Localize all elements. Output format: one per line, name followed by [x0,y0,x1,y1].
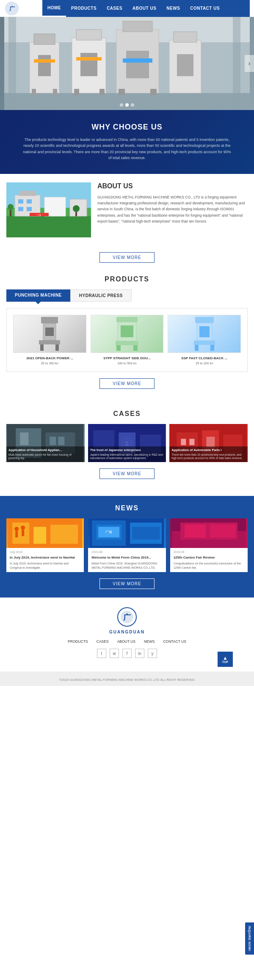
about-view-more-button[interactable]: VIEW MORE [99,252,154,263]
nav-products[interactable]: PRODUCTS [66,0,102,17]
nav-about[interactable]: ABOUT US [127,0,161,17]
news-view-more-container: VIEW MORE [6,578,248,589]
product-name-3: SSP FAST CLOSED-BACK ... [168,356,241,360]
footer-nav-cases[interactable]: CASES [97,639,109,644]
svg-rect-36 [27,199,32,204]
nav-home[interactable]: HOME [42,0,66,17]
hero-dot-3[interactable] [131,103,134,107]
news-headline-2: Welcome to Metal Form China 2019... [91,555,162,560]
hero-dot-2[interactable] [125,103,129,107]
back-to-top-label: TOP [222,661,228,663]
back-to-top-button[interactable]: ▲ TOP [218,652,233,667]
why-title: WHY CHOOSE US [8,123,246,132]
case-desc-2: Japan's leading international talent, sp… [90,453,164,460]
product-grid: JH21 OPEN-BACK POWER ... 25 to 300 kn ST… [6,308,248,372]
social-linkedin-icon[interactable]: in [135,649,144,658]
news-image-3 [170,518,248,548]
header: 广 HOME PRODUCTS CASES ABOUT US NEWS CONT… [0,0,254,17]
social-youtube-icon[interactable]: y [148,649,157,658]
why-text: The products technology level is leader … [21,137,233,161]
case-image-1: Application of Household Applian... Mult… [6,424,85,462]
cases-view-more-container: VIEW MORE [6,462,248,487]
about-image: 广锻 [6,182,91,237]
svg-rect-81 [207,437,215,447]
svg-rect-45 [41,317,58,323]
svg-rect-11 [76,30,102,40]
news-excerpt-1: In July 2019, technicians went to Nanhai… [10,562,80,570]
footer-nav-news[interactable]: NEWS [144,639,155,644]
nav-cases[interactable]: CASES [102,0,127,17]
social-weibo-icon[interactable]: w [110,649,119,658]
news-card-1[interactable]: July 2019 In July 2019, technicians went… [6,518,84,573]
cases-view-more-button[interactable]: VIEW MORE [99,468,154,479]
svg-rect-51 [116,317,138,322]
about-content: ABOUT US GUANGDONG METAL FORMING MACHINE… [97,182,248,225]
about-factory-illustration: 广锻 [6,182,91,237]
svg-rect-101 [210,525,235,537]
hero-dots [120,103,134,107]
svg-rect-96 [132,527,160,540]
product-card-2[interactable]: STPP STRAIGHT SIDE DOU... 160 to 500 kn [91,315,164,365]
svg-rect-38 [27,207,32,211]
news-content-2: 2019-08 Welcome to Metal Form China 2019… [88,548,166,573]
news-image-1 [6,518,84,548]
footer-nav-about[interactable]: ABOUT US [117,639,135,644]
news-excerpt-2: Metal Form China 2019. Shanghai GUANGDON… [91,562,162,570]
svg-rect-37 [18,207,23,211]
products-title: PRODUCTS [6,275,248,283]
product-machine-illustration-2 [114,317,140,351]
footer-nav-contact[interactable]: CONTACT US [163,639,186,644]
footer-nav-products[interactable]: PRODUCTS [68,639,88,644]
product-machine-illustration-3 [192,317,217,351]
products-view-more-button[interactable]: VIEW MORE [99,378,154,389]
svg-rect-42 [75,212,77,216]
tab-punching-machine[interactable]: PUNCHING MACHINE [6,289,70,302]
product-spec-3: 25 to 200 kn [168,361,241,365]
social-facebook-icon[interactable]: f [122,649,132,658]
case-card-2[interactable]: 工 The trust of Japanese enterprises Japa… [88,424,166,462]
svg-rect-87 [15,531,18,537]
svg-point-86 [14,527,19,531]
svg-rect-14 [99,89,105,95]
tab-hydraulic-press[interactable]: HYDRAULIC PRESS [70,289,132,302]
product-spec-2: 160 to 500 kn [91,361,164,365]
news-headline-3: 125th Canton Fair Review [174,555,244,560]
nav-news[interactable]: NEWS [161,0,185,17]
product-card-1[interactable]: JH21 OPEN-BACK POWER ... 25 to 300 kn [13,315,86,365]
svg-rect-19 [150,89,157,95]
hero-dot-1[interactable] [120,103,123,107]
svg-rect-84 [33,527,46,544]
svg-point-41 [73,205,80,212]
hero-next-button[interactable]: › [245,55,254,72]
svg-rect-49 [40,344,44,351]
case-image-3: Application of Automobile Parts I There … [169,424,248,462]
svg-rect-60 [194,341,215,345]
news-section: NEWS July 2019 In July 2019, tech [0,496,254,598]
nav-contact[interactable]: CONTACT US [185,0,225,17]
hero-image [0,17,254,110]
svg-rect-25 [123,58,152,63]
case-image-2: 工 The trust of Japanese enterprises Japa… [88,424,166,462]
news-card-2[interactable]: 广锻 2019-08 Welcome to Metal Form China 2… [88,518,166,573]
product-tabs: PUNCHING MACHINE HYDRAULIC PRESS [6,289,248,302]
svg-rect-32 [19,191,36,196]
news-image-2: 广锻 [88,518,166,548]
svg-rect-30 [6,216,91,237]
case-card-1[interactable]: Application of Household Applian... Mult… [6,424,85,462]
product-card-3[interactable]: SSP FAST CLOSED-BACK ... 25 to 200 kn [168,315,241,365]
news-content-3: 2019-09 125th Canton Fair Review Congrat… [170,548,248,573]
svg-rect-26 [8,17,16,110]
svg-rect-35 [18,199,23,204]
news-card-3[interactable]: 2019-09 125th Canton Fair Review Congrat… [170,518,248,573]
svg-rect-44 [10,210,11,216]
social-twitter-icon[interactable]: t [97,649,106,658]
logo[interactable]: 广 [4,1,42,16]
about-title: ABOUT US [97,182,248,190]
news-view-more-button[interactable]: VIEW MORE [99,578,154,589]
products-view-more-container: VIEW MORE [6,372,248,397]
svg-rect-56 [133,345,138,351]
case-card-3[interactable]: Application of Automobile Parts I There … [169,424,248,462]
svg-rect-62 [210,345,214,351]
footer-bottom: ©2019 GUANGDONG METAL FORMING MACHINE WO… [0,672,254,686]
cases-title: CASES [6,410,248,418]
